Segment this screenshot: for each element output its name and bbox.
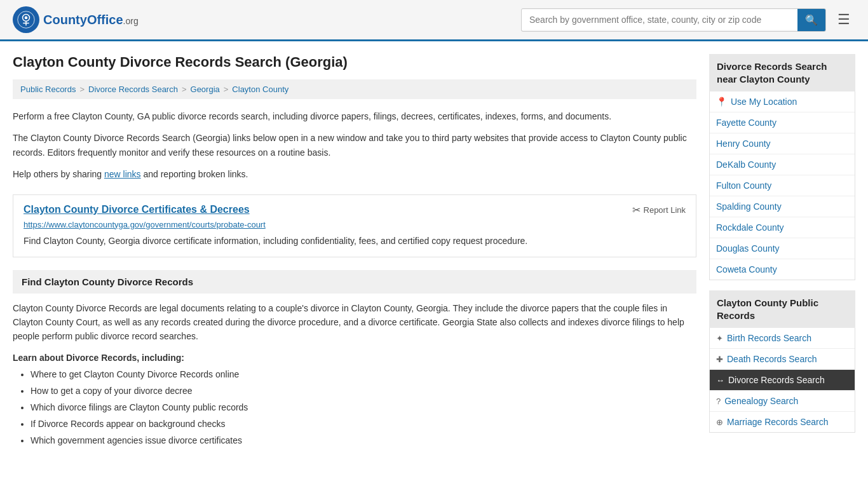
sidebar-item-rockdale[interactable]: Rockdale County xyxy=(710,217,855,238)
menu-icon[interactable]: ☰ xyxy=(832,9,855,30)
marriage-icon: ⊕ xyxy=(716,417,723,427)
sidebar: Divorce Records Searchnear Clayton Count… xyxy=(709,54,855,451)
logo-text: CountyOffice.org xyxy=(43,13,139,27)
pin-icon: 📍 xyxy=(716,97,727,107)
content-area: Clayton County Divorce Records Search (G… xyxy=(13,54,696,451)
breadcrumb: Public Records > Divorce Records Search … xyxy=(13,79,696,99)
page-title: Clayton County Divorce Records Search (G… xyxy=(13,54,696,71)
breadcrumb-sep-2: > xyxy=(182,85,187,94)
intro-text-2: The Clayton County Divorce Records Searc… xyxy=(13,131,696,159)
sidebar-item-coweta[interactable]: Coweta County xyxy=(710,259,855,280)
divorce-icon: ↔ xyxy=(716,376,724,385)
list-item: How to get a copy of your divorce decree xyxy=(31,384,696,398)
find-section-heading: Find Clayton County Divorce Records xyxy=(13,270,696,294)
sidebar-nearby-list: 📍 Use My Location Fayette County Henry C… xyxy=(709,92,855,280)
breadcrumb-georgia[interactable]: Georgia xyxy=(191,85,220,94)
sidebar-nearby-title: Divorce Records Searchnear Clayton Count… xyxy=(717,61,827,85)
scissors-icon: ✂ xyxy=(632,204,641,216)
sidebar-item-fayette[interactable]: Fayette County xyxy=(710,112,855,133)
logo-area: CountyOffice.org xyxy=(13,6,139,33)
record-card-header: Clayton County Divorce Certificates & De… xyxy=(24,204,686,216)
genealogy-icon: ? xyxy=(716,396,721,406)
marriage-records-link[interactable]: Marriage Records Search xyxy=(727,417,829,427)
sidebar-item-death[interactable]: ✚ Death Records Search xyxy=(710,349,855,370)
breadcrumb-divorce-records[interactable]: Divorce Records Search xyxy=(88,85,178,94)
sidebar-nearby-section: Divorce Records Searchnear Clayton Count… xyxy=(709,54,855,280)
sidebar-item-spalding[interactable]: Spalding County xyxy=(710,196,855,217)
intro-text-3-before: Help others by sharing xyxy=(13,169,104,179)
intro-text-1: Perform a free Clayton County, GA public… xyxy=(13,109,696,123)
find-body: Clayton County Divorce Records are legal… xyxy=(13,301,696,344)
sidebar-public-records-header: Clayton County Public Records xyxy=(709,290,855,328)
sidebar-public-records-title: Clayton County Public Records xyxy=(717,297,818,321)
breadcrumb-sep-1: > xyxy=(79,85,85,94)
report-link[interactable]: ✂ Report Link xyxy=(632,204,686,216)
search-bar: 🔍 xyxy=(521,8,826,32)
list-item: If Divorce Records appear on background … xyxy=(31,417,696,431)
sidebar-public-records-section: Clayton County Public Records ✦ Birth Re… xyxy=(709,290,855,433)
sidebar-item-dekalb[interactable]: DeKalb County xyxy=(710,154,855,175)
sidebar-item-divorce[interactable]: ↔ Divorce Records Search xyxy=(710,370,855,391)
birth-icon: ✦ xyxy=(716,334,723,343)
site-header: CountyOffice.org 🔍 ☰ xyxy=(0,0,868,41)
sidebar-item-douglas[interactable]: Douglas County xyxy=(710,238,855,259)
sidebar-use-location: 📍 Use My Location xyxy=(710,92,855,112)
list-item: Which divorce filings are Clayton County… xyxy=(31,401,696,414)
sidebar-public-records-list: ✦ Birth Records Search ✚ Death Records S… xyxy=(709,328,855,433)
divorce-records-link[interactable]: Divorce Records Search xyxy=(728,375,825,385)
list-item: Which government agencies issue divorce … xyxy=(31,434,696,447)
sidebar-nearby-header: Divorce Records Searchnear Clayton Count… xyxy=(709,54,855,92)
bullet-list: Where to get Clayton County Divorce Reco… xyxy=(13,368,696,447)
intro-text-3-after: and reporting broken links. xyxy=(141,169,248,179)
learn-heading: Learn about Divorce Records, including: xyxy=(13,353,696,363)
main-container: Clayton County Divorce Records Search (G… xyxy=(0,41,868,463)
header-right: 🔍 ☰ xyxy=(521,8,855,32)
sidebar-item-marriage[interactable]: ⊕ Marriage Records Search xyxy=(710,412,855,432)
logo-icon xyxy=(13,6,39,33)
sidebar-item-fulton[interactable]: Fulton County xyxy=(710,175,855,196)
birth-records-link[interactable]: Birth Records Search xyxy=(727,333,811,343)
death-records-link[interactable]: Death Records Search xyxy=(727,354,817,364)
breadcrumb-public-records[interactable]: Public Records xyxy=(20,85,76,94)
intro-text-3: Help others by sharing new links and rep… xyxy=(13,167,696,181)
new-links-link[interactable]: new links xyxy=(104,169,141,179)
death-icon: ✚ xyxy=(716,355,723,364)
svg-point-4 xyxy=(25,17,28,20)
sidebar-item-genealogy[interactable]: ? Genealogy Search xyxy=(710,391,855,412)
sidebar-item-birth[interactable]: ✦ Birth Records Search xyxy=(710,328,855,349)
genealogy-link[interactable]: Genealogy Search xyxy=(724,396,798,406)
sidebar-item-henry[interactable]: Henry County xyxy=(710,133,855,154)
report-label: Report Link xyxy=(644,205,686,215)
breadcrumb-sep-3: > xyxy=(224,85,229,94)
search-input[interactable] xyxy=(522,10,797,30)
list-item: Where to get Clayton County Divorce Reco… xyxy=(31,368,696,381)
record-card: Clayton County Divorce Certificates & De… xyxy=(13,194,696,257)
record-desc: Find Clayton County, Georgia divorce cer… xyxy=(24,234,686,248)
record-url[interactable]: https://www.claytoncountyga.gov/governme… xyxy=(24,220,686,229)
search-button[interactable]: 🔍 xyxy=(797,9,825,31)
use-location-link[interactable]: Use My Location xyxy=(731,97,797,107)
record-title[interactable]: Clayton County Divorce Certificates & De… xyxy=(24,204,250,215)
find-heading: Find Clayton County Divorce Records xyxy=(22,276,688,287)
breadcrumb-clayton[interactable]: Clayton County xyxy=(232,85,288,94)
